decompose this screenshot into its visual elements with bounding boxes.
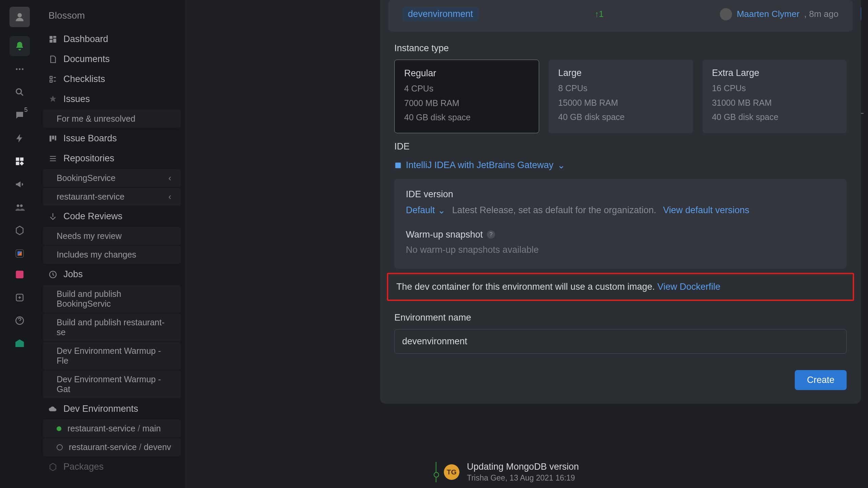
svg-rect-14	[50, 36, 53, 39]
user-ago: , 8m ago	[804, 9, 839, 19]
svg-point-4	[16, 89, 21, 94]
nav-packages[interactable]: Packages	[39, 457, 185, 477]
nav-label: Issue Boards	[63, 133, 117, 144]
nav-env-item[interactable]: restaurant-service / devenv	[43, 438, 181, 456]
nav-env-item[interactable]: restaurant-service / main	[43, 420, 181, 438]
ide-link-label: IntelliJ IDEA with JetBrains Gateway	[406, 160, 553, 170]
nav-job-item[interactable]: Build and publish restaurant-se	[43, 313, 181, 341]
nav-repositories[interactable]: Repositories	[39, 148, 185, 168]
settings-hex-icon[interactable]	[9, 220, 30, 241]
env-name-input[interactable]	[394, 329, 847, 354]
ide-label: IDE	[380, 133, 861, 158]
nav-documents[interactable]: Documents	[39, 49, 185, 69]
checklist-icon	[48, 75, 57, 84]
issues-icon	[48, 95, 57, 104]
nav-sub-label: Dev Environment Warmup - Fle	[57, 346, 171, 366]
nav-job-item[interactable]: Build and publish BookingServic	[43, 285, 181, 313]
user-avatar	[720, 8, 732, 20]
commit-row-title[interactable]: Updating MongoDB version	[467, 462, 579, 472]
instance-type-xlarge[interactable]: Extra Large 16 CPUs 31000 MB RAM 40 GB d…	[703, 60, 847, 133]
svg-rect-19	[50, 80, 52, 82]
nav-label: Jobs	[63, 269, 83, 280]
nav-sub-label: Build and publish BookingServic	[57, 289, 171, 309]
itype-ram: 31000 MB RAM	[712, 96, 837, 110]
avatar[interactable]	[9, 7, 30, 27]
commits-ahead: ↑1	[595, 9, 604, 19]
bolt-icon[interactable]	[9, 128, 30, 148]
create-button[interactable]: Create	[795, 370, 847, 390]
nav-job-item[interactable]: Dev Environment Warmup - Gat	[43, 370, 181, 398]
megaphone-icon[interactable]	[9, 174, 30, 195]
workspace-name: Blossom	[39, 7, 185, 29]
svg-rect-21	[52, 136, 54, 139]
nav-label: Dev Environments	[63, 404, 138, 414]
nav-issues-filter[interactable]: For me & unresolved	[43, 110, 181, 128]
itype-cpu: 4 CPUs	[404, 81, 529, 96]
nav-review-sub[interactable]: Needs my review	[43, 227, 181, 245]
env-name-label: Environment name	[394, 312, 847, 323]
itype-cpu: 8 CPUs	[558, 81, 683, 96]
nav-issues[interactable]: Issues	[39, 89, 185, 109]
itype-name: Large	[558, 68, 683, 78]
nav-issue-boards[interactable]: Issue Boards	[39, 128, 185, 148]
nav-repo-item[interactable]: BookingService‹	[43, 169, 181, 187]
view-dockerfile-link[interactable]: View Dockerfile	[657, 282, 721, 292]
itype-cpu: 16 CPUs	[712, 81, 837, 96]
dockerfile-msg: The dev container for this environment w…	[396, 282, 657, 292]
svg-rect-22	[55, 136, 56, 140]
nav-jobs[interactable]: Jobs	[39, 264, 185, 284]
repo-icon	[48, 154, 57, 163]
svg-point-1	[16, 68, 17, 70]
commit-row-meta: Trisha Gee, 13 Aug 2021 16:19	[467, 473, 579, 483]
toolbox-icon[interactable]	[9, 243, 30, 264]
svg-point-3	[22, 68, 23, 70]
git-graph-line	[436, 462, 436, 482]
nav-review-sub[interactable]: Includes my changes	[43, 246, 181, 264]
team-icon[interactable]	[9, 197, 30, 218]
nav-code-reviews[interactable]: Code Reviews	[39, 206, 185, 226]
ide-select[interactable]: IntelliJ IDEA with JetBrains Gateway ⌄	[380, 158, 861, 176]
search-icon[interactable]	[9, 82, 30, 102]
nav-label: Checklists	[63, 74, 105, 84]
plugin-icon[interactable]	[9, 264, 30, 285]
more-icon[interactable]	[9, 59, 30, 79]
nav-repo-item[interactable]: restaurant-service‹	[43, 188, 181, 206]
nav-label: Dashboard	[63, 34, 108, 44]
nav-label: Packages	[63, 462, 104, 472]
nav-checklists[interactable]: Checklists	[39, 69, 185, 89]
chat-icon[interactable]: 5	[9, 105, 30, 125]
board-icon	[48, 134, 57, 143]
user-name[interactable]: Maarten Clymer	[737, 9, 800, 19]
add-icon[interactable]	[9, 287, 30, 308]
notifications-icon[interactable]	[9, 36, 30, 56]
chevron-down-icon: ⌄	[438, 205, 446, 216]
instance-type-label: Instance type	[380, 35, 861, 60]
dashboard-icon	[48, 35, 57, 44]
ide-version-select[interactable]: Default⌄	[406, 205, 446, 216]
nav-sub-label: restaurant-service	[57, 192, 124, 202]
nav-sub-label: Build and publish restaurant-se	[57, 318, 171, 337]
branch-tag[interactable]: devenvironment	[402, 7, 478, 21]
nav-job-item[interactable]: Dev Environment Warmup - Fle	[43, 342, 181, 370]
instance-type-regular[interactable]: Regular 4 CPUs 7000 MB RAM 40 GB disk sp…	[394, 60, 539, 133]
svg-point-0	[17, 13, 22, 18]
instance-type-large[interactable]: Large 8 CPUs 15000 MB RAM 40 GB disk spa…	[549, 60, 693, 133]
warmup-label: Warm-up snapshot?	[406, 229, 835, 240]
svg-rect-17	[50, 40, 53, 43]
jobs-icon	[48, 270, 57, 279]
nav-dev-environments[interactable]: Dev Environments	[39, 399, 185, 419]
svg-rect-6	[20, 158, 23, 161]
nav-dashboard[interactable]: Dashboard	[39, 29, 185, 49]
itype-disk: 40 GB disk space	[558, 110, 683, 124]
svg-rect-20	[50, 136, 51, 141]
itype-disk: 40 GB disk space	[404, 110, 529, 125]
apps-icon[interactable]	[9, 151, 30, 171]
itype-ram: 7000 MB RAM	[404, 96, 529, 110]
view-default-versions-link[interactable]: View default versions	[663, 205, 749, 216]
help-icon[interactable]: ?	[487, 230, 495, 239]
help-icon[interactable]	[9, 310, 30, 331]
nav-label: Repositories	[63, 153, 114, 164]
itype-disk: 40 GB disk space	[712, 110, 837, 124]
org-icon[interactable]	[9, 333, 30, 354]
document-icon	[48, 55, 57, 64]
